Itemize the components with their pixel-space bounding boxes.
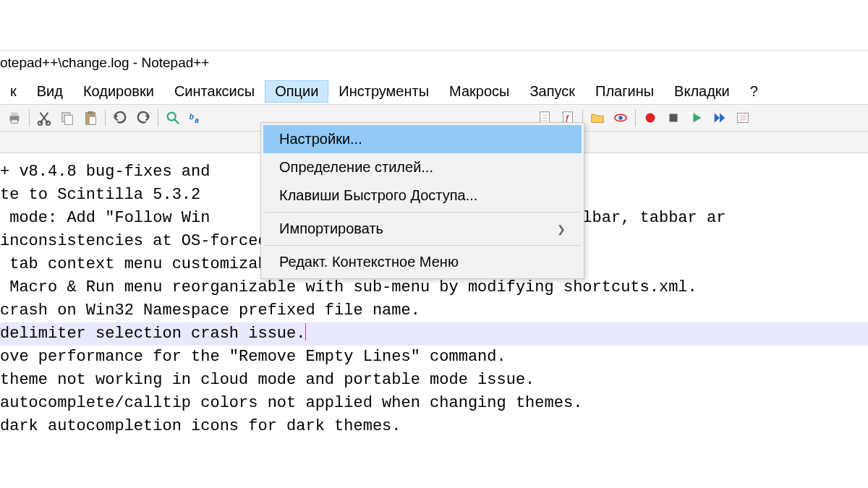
menu-item-5[interactable]: Инструменты [328, 80, 439, 103]
menu-item-9[interactable]: Вкладки [664, 80, 740, 103]
editor-line[interactable]: ove performance for the "Remove Empty Li… [0, 346, 868, 369]
svg-text:b: b [190, 113, 194, 121]
dropdown-separator [265, 245, 580, 246]
dropdown-item-label: Настройки... [279, 131, 362, 147]
svg-text:ƒ: ƒ [565, 114, 569, 122]
svg-rect-2 [11, 120, 17, 124]
svg-point-21 [618, 116, 623, 120]
play-icon[interactable] [686, 108, 707, 128]
svg-point-10 [168, 113, 176, 121]
window-title: otepad++\change.log - Notepad++ [0, 51, 868, 78]
menu-item-0[interactable]: к [0, 80, 27, 103]
dropdown-item-label: Импортировать [279, 221, 383, 237]
undo-icon[interactable] [110, 108, 130, 128]
menu-item-7[interactable]: Запуск [519, 80, 585, 103]
menu-item-4[interactable]: Опции [265, 80, 328, 103]
copy-icon[interactable] [57, 108, 77, 128]
editor-line[interactable]: autocomplete/calltip colors not applied … [0, 392, 868, 415]
folder-icon[interactable] [587, 108, 608, 128]
svg-point-22 [646, 114, 655, 123]
paste-icon[interactable] [80, 108, 101, 128]
record-icon[interactable] [640, 108, 660, 128]
cut-icon[interactable] [34, 108, 54, 128]
find-icon[interactable] [163, 108, 183, 128]
editor-line[interactable]: theme not working in cloud mode and port… [0, 369, 868, 392]
dropdown-item-label: Определение стилей... [279, 159, 433, 176]
menu-item-2[interactable]: Кодировки [73, 80, 164, 103]
svg-line-11 [175, 120, 179, 124]
dropdown-item-0[interactable]: Настройки... [263, 125, 582, 153]
dropdown-item-label: Клавиши Быстрого Доступа... [279, 187, 477, 204]
window-top-spacer [0, 0, 868, 51]
editor-line[interactable]: Macro & Run menu reorganizable with sub-… [0, 276, 868, 299]
svg-rect-9 [89, 116, 95, 124]
svg-rect-1 [11, 113, 17, 116]
menu-item-8[interactable]: Плагины [585, 80, 664, 103]
toolbar-separator [158, 109, 158, 127]
dropdown-item-2[interactable]: Клавиши Быстрого Доступа... [263, 181, 582, 210]
svg-rect-8 [88, 111, 93, 114]
dropdown-item-label: Редакт. Контекстное Меню [279, 254, 459, 270]
menu-item-1[interactable]: Вид [27, 80, 73, 103]
toolbar-separator [29, 109, 30, 127]
eye-icon[interactable] [610, 108, 631, 128]
editor-line[interactable]: crash on Win32 Namespace prefixed file n… [0, 299, 868, 322]
dropdown-item-6[interactable]: Редакт. Контекстное Меню [263, 248, 582, 276]
redo-icon[interactable] [133, 108, 153, 128]
editor-line[interactable]: dark autocompletion icons for dark theme… [0, 415, 868, 438]
svg-rect-6 [64, 115, 72, 124]
menu-item-10[interactable]: ? [740, 80, 768, 103]
menubar: кВидКодировкиСинтаксисыОпцииИнструментыМ… [0, 78, 868, 104]
options-dropdown-menu: Настройки...Определение стилей...Клавиши… [260, 122, 584, 279]
svg-rect-23 [670, 114, 678, 122]
list-icon[interactable] [733, 108, 753, 128]
print-icon[interactable] [4, 108, 25, 128]
editor-line[interactable]: delimiter selection crash issue. [0, 322, 868, 346]
dropdown-item-4[interactable]: Импортировать❯ [263, 215, 582, 243]
dropdown-item-1[interactable]: Определение стилей... [263, 153, 582, 181]
menu-item-3[interactable]: Синтаксисы [164, 80, 265, 103]
fast-forward-icon[interactable] [710, 108, 730, 128]
svg-text:a: a [195, 116, 199, 124]
text-caret [305, 323, 306, 341]
dropdown-separator [265, 212, 580, 213]
toolbar-separator [635, 109, 636, 127]
stop-icon[interactable] [663, 108, 684, 128]
chevron-right-icon: ❯ [557, 223, 566, 235]
menu-item-6[interactable]: Макросы [439, 80, 519, 103]
word-wrap-icon[interactable]: ba [186, 108, 206, 128]
toolbar-separator [105, 109, 106, 127]
